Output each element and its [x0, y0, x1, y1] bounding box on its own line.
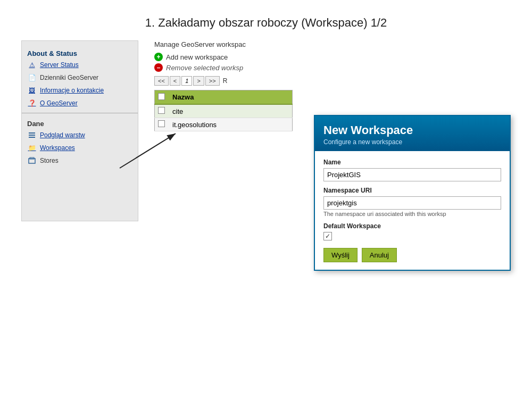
pagination-last[interactable]: >>	[205, 76, 220, 86]
add-workspace-label: Add new workspace	[166, 53, 228, 61]
row-name-cell: it.geosolutions	[168, 118, 293, 131]
sidebar-item-podglad[interactable]: Podgląd warstw	[22, 129, 138, 142]
default-workspace-section: Default Workspace ✓	[323, 222, 501, 240]
add-icon: +	[154, 53, 163, 61]
sidebar-item-informacje[interactable]: 🖼 Informacje o kontakcie	[22, 84, 138, 97]
table-row[interactable]: it.geosolutions	[155, 118, 293, 131]
submit-button[interactable]: Wyślij	[323, 248, 358, 262]
sidebar-section-about: About & Status	[22, 46, 138, 59]
sidebar-divider	[22, 113, 138, 113]
dialog-subtitle: Configure a new workspace	[323, 138, 501, 146]
row-checkbox-cell[interactable]	[155, 118, 169, 131]
svg-rect-0	[29, 132, 35, 134]
row-checkbox[interactable]	[158, 120, 165, 127]
default-ws-checkbox-row: ✓	[323, 232, 501, 240]
add-workspace-row[interactable]: + Add new workspace	[154, 53, 293, 61]
cancel-button[interactable]: Anuluj	[362, 248, 397, 262]
row-name-cell: cite	[168, 104, 293, 118]
header-checkbox-box[interactable]	[158, 93, 165, 100]
namespace-hint: The namespace uri associated with this w…	[323, 211, 501, 217]
pagination-current: 1	[181, 76, 192, 86]
row-checkbox[interactable]	[158, 107, 165, 114]
pagination-next[interactable]: >	[193, 76, 204, 86]
remove-workspace-row[interactable]: – Remove selected worksp	[154, 63, 293, 72]
dialog-title: New Workspace	[323, 123, 501, 137]
store-icon	[27, 156, 37, 165]
pagination-prev[interactable]: <	[170, 76, 180, 86]
dialog-buttons: Wyślij Anuluj	[323, 248, 501, 262]
namespace-field-label: Namespace URI	[323, 187, 501, 194]
name-input[interactable]	[323, 168, 501, 181]
namespace-input[interactable]	[323, 196, 501, 210]
workspaces-panel: Manage GeoServer workspac + Add new work…	[154, 40, 293, 221]
pagination-results: R	[223, 77, 228, 85]
pagination-first[interactable]: <<	[154, 76, 169, 86]
table-row[interactable]: cite	[155, 104, 293, 118]
sidebar-item-dzienniki[interactable]: 📄 Dzienniki GeoServer	[22, 71, 138, 84]
row-checkbox-cell[interactable]	[155, 104, 169, 118]
sidebar-item-workspaces[interactable]: 📁 Workspaces	[22, 142, 138, 154]
checkmark-icon: ✓	[325, 232, 330, 240]
remove-workspace-label: Remove selected worksp	[166, 64, 243, 72]
help-icon: ❓	[27, 98, 37, 108]
sidebar-item-stores[interactable]: Stores	[22, 154, 138, 167]
info-icon: 🖼	[27, 86, 37, 95]
pagination: << < 1 > >> R	[154, 76, 293, 86]
warning-icon: ⚠	[27, 60, 37, 70]
default-ws-label: Default Workspace	[323, 222, 501, 230]
new-workspace-dialog: New Workspace Configure a new workspace …	[314, 115, 511, 271]
remove-icon: –	[154, 63, 163, 72]
dialog-body: Name Namespace URI The namespace uri ass…	[315, 151, 510, 270]
svg-rect-2	[29, 137, 35, 138]
folder-icon: 📁	[27, 143, 37, 153]
doc-icon: 📄	[27, 73, 37, 82]
name-field-label: Name	[323, 159, 501, 166]
page-title: 1. Zakładamy obszar roboczy (Workspace) …	[0, 0, 532, 40]
layers-icon	[27, 130, 37, 140]
svg-rect-1	[29, 135, 35, 136]
sidebar-item-o-geoserver[interactable]: ❓ O GeoServer	[22, 97, 138, 110]
table-header-checkbox[interactable]	[155, 90, 169, 105]
dialog-header: New Workspace Configure a new workspace	[315, 116, 510, 151]
sidebar-item-server-status[interactable]: ⚠ Server Status	[22, 59, 138, 71]
sidebar: About & Status ⚠ Server Status 📄 Dzienni…	[21, 40, 138, 221]
workspaces-table: Nazwa cite it.geosolutions	[154, 90, 293, 131]
ws-panel-title: Manage GeoServer workspac	[154, 40, 293, 48]
default-ws-checkbox[interactable]: ✓	[323, 232, 332, 240]
table-header-name: Nazwa	[168, 90, 293, 105]
sidebar-section-dane: Dane	[22, 117, 138, 129]
